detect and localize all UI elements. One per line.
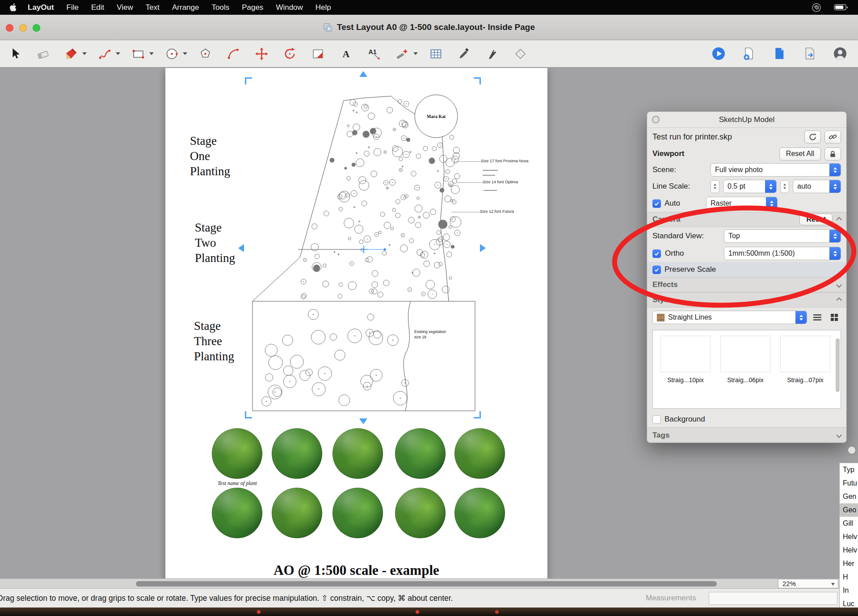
font-list-item[interactable]: Gill	[840, 517, 858, 530]
plant-photo[interactable]	[272, 488, 322, 538]
line-tool[interactable]	[61, 43, 81, 64]
menu-item-pages[interactable]: Pages	[236, 3, 269, 12]
apple-menu[interactable]	[10, 3, 17, 12]
style-section-header[interactable]: Style	[647, 292, 846, 308]
panel-close-button[interactable]	[652, 116, 660, 123]
camera-section-header[interactable]: Camera Reset	[647, 212, 846, 227]
camera-collapse-icon[interactable]	[836, 217, 842, 223]
style-dropdown[interactable]: Straight Lines	[652, 311, 807, 324]
drawing-canvas[interactable]: Mara Kai Existing vegetation size 18 Sta…	[0, 68, 858, 578]
ortho-scale-dropdown[interactable]: 1mm:500mm (1:500)	[724, 247, 841, 260]
lock-button[interactable]	[824, 148, 841, 160]
circle-tool-caret[interactable]	[183, 52, 187, 55]
refresh-model-button[interactable]	[804, 131, 821, 143]
effects-section-header[interactable]: Effects	[647, 277, 846, 292]
reset-all-button[interactable]: Reset All	[779, 148, 821, 160]
style-browser[interactable]: Straig...10pix Straig...06pix Straig...0…	[652, 330, 841, 409]
style-eraser-tool[interactable]	[510, 43, 530, 64]
sketchup-viewport[interactable]: Mara Kai Existing vegetation size 18	[249, 81, 477, 415]
line-scale-mode-dropdown[interactable]: auto	[793, 180, 841, 193]
camera-reset-button[interactable]: Reset	[799, 214, 833, 225]
menu-item-help[interactable]: Help	[309, 3, 337, 12]
style-thumb[interactable]: Straig...10pix	[659, 336, 712, 408]
font-list-item[interactable]: Helv	[840, 544, 858, 557]
line-scale-dropdown[interactable]: 0.5 pt	[723, 180, 777, 193]
select-tool[interactable]	[4, 43, 25, 64]
selection-grip-bottom-right[interactable]	[474, 411, 481, 418]
plant-photo[interactable]	[332, 488, 383, 538]
plant-photo[interactable]	[395, 488, 446, 538]
clip-mask-tool[interactable]	[307, 43, 328, 64]
selection-arrow-bottom[interactable]	[359, 418, 367, 424]
account-button[interactable]	[831, 45, 849, 63]
selection-arrow-right[interactable]	[480, 244, 486, 252]
tags-collapse-icon[interactable]	[836, 432, 842, 438]
annotation-label[interactable]: Size 12 font Futura	[480, 209, 514, 214]
pen-tool[interactable]	[482, 43, 502, 64]
style-tool[interactable]	[392, 43, 412, 64]
battery-icon[interactable]	[834, 4, 848, 11]
render-mode-dropdown[interactable]: Raster	[706, 197, 778, 210]
annotation-label[interactable]: Size 14 font Optima	[483, 180, 518, 184]
minimize-window-button[interactable]	[19, 24, 27, 32]
menu-item-edit[interactable]: Edit	[85, 3, 110, 12]
tags-section-header[interactable]: Tags	[647, 427, 846, 443]
line-tool-caret[interactable]	[82, 52, 87, 55]
link-button[interactable]	[824, 131, 841, 143]
plant-photo[interactable]	[272, 428, 322, 479]
plant-photo[interactable]	[395, 428, 446, 479]
font-list-item-selected[interactable]: Geo	[840, 503, 858, 517]
move-tool[interactable]	[251, 43, 272, 64]
zoom-window-button[interactable]	[33, 24, 40, 32]
horizontal-scrollbar-thumb[interactable]	[136, 581, 717, 586]
export-page-button[interactable]	[801, 45, 819, 63]
add-page-button[interactable]	[740, 45, 758, 63]
selection-grip-bottom-left[interactable]	[245, 411, 252, 418]
effects-collapse-icon[interactable]	[836, 282, 842, 288]
rectangle-tool-caret[interactable]	[149, 52, 154, 55]
plant-photo[interactable]	[212, 488, 262, 538]
plant-photo[interactable]	[332, 428, 383, 479]
rectangle-tool[interactable]	[128, 43, 148, 64]
selection-grip-top-right[interactable]	[474, 77, 481, 84]
stage-one-label[interactable]: Stage One Planting	[190, 133, 230, 179]
standard-view-dropdown[interactable]: Top	[724, 229, 841, 243]
eraser-tool[interactable]	[33, 43, 53, 64]
ortho-checkbox[interactable]	[652, 249, 661, 258]
menu-item-arrange[interactable]: Arrange	[166, 3, 205, 12]
menu-item-window[interactable]: Window	[269, 3, 309, 12]
freehand-tool[interactable]	[94, 43, 115, 64]
plant-photo[interactable]	[212, 428, 262, 479]
menu-item-text[interactable]: Text	[139, 3, 166, 12]
menu-item-layout[interactable]: LayOut	[21, 3, 60, 12]
stage-two-label[interactable]: Stage Two Planting	[195, 220, 235, 266]
eyedropper-tool[interactable]	[454, 43, 474, 64]
arc-tool[interactable]	[223, 43, 244, 64]
style-thumb[interactable]: Straig...06pix	[719, 336, 772, 408]
style-list-view-button[interactable]	[811, 311, 824, 324]
style-tool-caret[interactable]	[413, 52, 418, 55]
duplicate-page-button[interactable]	[770, 45, 788, 63]
font-list-item[interactable]: In	[840, 584, 858, 597]
rotate-tool[interactable]	[279, 43, 300, 64]
close-window-button[interactable]	[6, 24, 13, 32]
font-list-item[interactable]: H	[840, 570, 858, 584]
layout-page[interactable]: Mara Kai Existing vegetation size 18 Sta…	[165, 68, 547, 578]
line-scale-mode-stepper[interactable]	[780, 180, 789, 193]
selection-arrow-left[interactable]	[238, 244, 244, 252]
circle-tool[interactable]	[161, 43, 182, 64]
selection-arrow-top[interactable]	[359, 71, 367, 77]
zoom-level-dropdown[interactable]: 22%	[778, 579, 838, 588]
plant-photo[interactable]	[454, 488, 505, 538]
start-presentation-button[interactable]	[710, 45, 728, 63]
annotation-label[interactable]: Size 17 font Proxima Nova	[481, 159, 529, 163]
polygon-tool[interactable]	[195, 43, 215, 64]
menu-item-file[interactable]: File	[60, 3, 85, 12]
font-list-item[interactable]: Her	[840, 557, 858, 570]
table-tool[interactable]	[425, 43, 446, 64]
panel-resize-icon[interactable]	[847, 446, 856, 455]
style-collapse-icon[interactable]	[836, 297, 842, 303]
measurements-input[interactable]	[709, 592, 837, 605]
style-browser-scrollbar[interactable]	[836, 338, 840, 392]
plant-photo[interactable]	[454, 428, 505, 479]
